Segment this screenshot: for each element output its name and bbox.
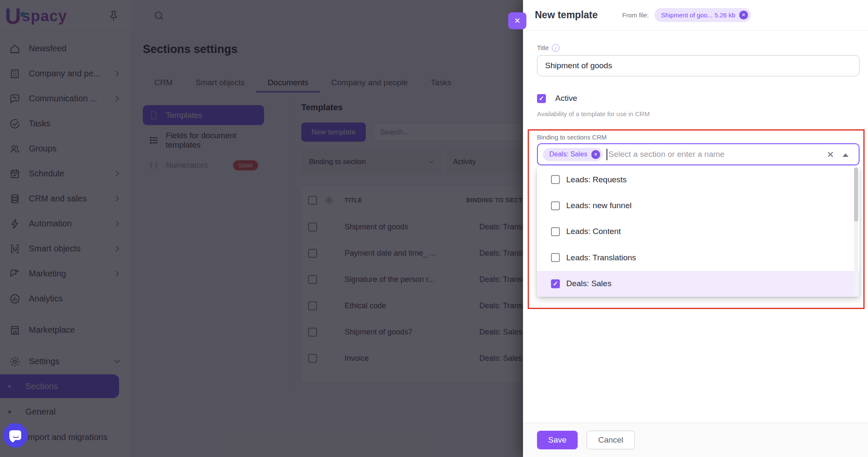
drawer-title: New template bbox=[535, 9, 598, 21]
binding-field-label: Binding to sections CRM bbox=[537, 134, 606, 141]
template-title-input[interactable] bbox=[537, 55, 860, 76]
dropdown-option[interactable]: Leads: Requests bbox=[537, 167, 860, 192]
option-label: Leads: Requests bbox=[566, 175, 627, 184]
option-checkbox[interactable] bbox=[551, 253, 560, 262]
clear-selection-icon[interactable]: ✕ bbox=[826, 150, 834, 160]
chat-widget-button[interactable] bbox=[3, 423, 28, 448]
option-label: Leads: Translations bbox=[566, 253, 636, 262]
option-checkbox[interactable] bbox=[551, 175, 560, 184]
option-label: Deals: Sales bbox=[566, 279, 612, 288]
dropdown-arrow-up-icon[interactable] bbox=[843, 153, 849, 157]
from-file-label: From file: bbox=[622, 11, 649, 19]
attached-file-chip[interactable]: Shipment of goo... 5.26 kb ✕ bbox=[654, 8, 751, 22]
chat-bubble-icon bbox=[9, 430, 21, 440]
remove-section-icon[interactable]: ✕ bbox=[591, 150, 600, 159]
selected-chip-label: Deals: Sales bbox=[549, 150, 587, 158]
active-checkbox[interactable] bbox=[537, 94, 546, 103]
close-drawer-button[interactable]: ✕ bbox=[508, 12, 526, 29]
new-template-drawer: ✕ New template From file: Shipment of go… bbox=[523, 0, 868, 457]
drawer-header: New template From file: Shipment of goo.… bbox=[523, 0, 868, 31]
dropdown-option[interactable]: Leads: Content bbox=[537, 219, 860, 245]
file-chip-label: Shipment of goo... 5.26 kb bbox=[661, 11, 735, 19]
dropdown-option-selected[interactable]: Deals: Sales bbox=[537, 271, 860, 297]
option-checkbox[interactable] bbox=[551, 227, 560, 236]
option-label: Leads: new funnel bbox=[566, 201, 632, 210]
info-icon[interactable]: i bbox=[552, 44, 559, 52]
app-root: U spacy Newsfeed Company and pe... Commu… bbox=[0, 0, 868, 457]
option-checkbox[interactable] bbox=[551, 279, 560, 288]
scrollbar-thumb[interactable] bbox=[854, 167, 858, 222]
dropdown-option[interactable]: Leads: new funnel bbox=[537, 192, 860, 218]
cancel-button[interactable]: Cancel bbox=[587, 431, 635, 449]
save-button[interactable]: Save bbox=[537, 431, 578, 449]
binding-multiselect[interactable]: Deals: Sales ✕ Select a section or enter… bbox=[537, 143, 860, 165]
drawer-footer: Save Cancel bbox=[523, 423, 868, 457]
title-field-label: Title bbox=[537, 44, 549, 52]
selected-section-chip[interactable]: Deals: Sales ✕ bbox=[543, 148, 603, 161]
sections-dropdown: Leads: Requests Leads: new funnel Leads:… bbox=[537, 167, 860, 297]
select-placeholder: Select a section or enter a name bbox=[609, 150, 725, 159]
active-checkbox-label: Active bbox=[555, 94, 577, 103]
text-cursor bbox=[606, 149, 607, 160]
remove-file-icon[interactable]: ✕ bbox=[739, 11, 748, 20]
dropdown-option[interactable]: Leads: Translations bbox=[537, 245, 860, 270]
drawer-body: Title i Active Availability of a templat… bbox=[523, 44, 868, 297]
dropdown-scrollbar[interactable] bbox=[854, 167, 858, 296]
option-label: Leads: Content bbox=[566, 227, 621, 236]
option-checkbox[interactable] bbox=[551, 201, 560, 210]
active-helper-text: Availability of a template for use in CR… bbox=[537, 110, 860, 117]
